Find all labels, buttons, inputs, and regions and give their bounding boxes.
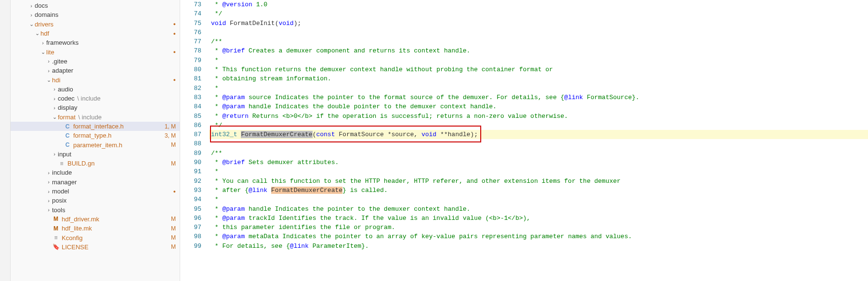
- tree-item-model[interactable]: ›model●: [11, 187, 180, 196]
- chevron-down-icon[interactable]: ⌄: [51, 114, 58, 120]
- tree-item-license[interactable]: 🔖LICENSEM: [11, 243, 180, 252]
- code-token: source Indicates the pointer to the form…: [245, 94, 564, 101]
- chevron-down-icon[interactable]: ⌄: [34, 30, 40, 37]
- code-line[interactable]: [209, 28, 868, 37]
- tree-item-manager[interactable]: ›manager: [11, 178, 180, 187]
- chevron-right-icon[interactable]: ›: [45, 179, 52, 185]
- chevron-right-icon[interactable]: ›: [51, 86, 58, 92]
- code-token: *: [211, 113, 222, 120]
- tree-item-input[interactable]: ›input: [11, 150, 180, 159]
- code-line[interactable]: *: [209, 167, 868, 176]
- tree-item-label: drivers: [35, 21, 170, 28]
- tree-item-hdf[interactable]: ⌄hdf●: [11, 29, 180, 38]
- git-status: M: [167, 243, 176, 250]
- chevron-right-icon[interactable]: ›: [51, 151, 58, 157]
- tree-item-lite[interactable]: ⌄lite●: [11, 47, 180, 56]
- code-token: @param: [222, 205, 245, 213]
- code-token: @return: [222, 113, 249, 120]
- line-number: 83: [180, 93, 201, 102]
- code-line[interactable]: * after {@link FormatDemuxerCreate} is c…: [209, 186, 868, 195]
- file-explorer[interactable]: ›docs›domains⌄drivers●⌄hdf●›frameworks⌄l…: [11, 0, 180, 281]
- tree-item-adapter[interactable]: ›adapter: [11, 66, 180, 75]
- code-line[interactable]: * this parameter identifies the file or …: [209, 223, 868, 232]
- chevron-down-icon[interactable]: ⌄: [45, 77, 52, 83]
- chevron-right-icon[interactable]: ›: [45, 198, 52, 204]
- code-token: @param: [222, 94, 245, 101]
- chevron-right-icon[interactable]: ›: [45, 170, 52, 176]
- chevron-right-icon[interactable]: ›: [28, 3, 35, 9]
- chevron-down-icon[interactable]: ⌄: [39, 49, 46, 55]
- tree-item-posix[interactable]: ›posix: [11, 196, 180, 205]
- code-token: *: [211, 57, 219, 64]
- chevron-right-icon[interactable]: ›: [51, 105, 58, 111]
- code-line[interactable]: * For details, see {@link ParameterItem}…: [209, 242, 868, 251]
- tree-item-hdf-lite-mk[interactable]: Mhdf_lite.mkM: [11, 224, 180, 233]
- code-editor[interactable]: 7374757677787980818283848586878889909192…: [180, 0, 868, 281]
- line-number: 85: [180, 112, 201, 121]
- tree-item-label: display: [58, 104, 176, 111]
- tree-item-drivers[interactable]: ⌄drivers●: [11, 20, 180, 29]
- code-line[interactable]: /**: [209, 37, 868, 46]
- tree-item-frameworks[interactable]: ›frameworks: [11, 38, 180, 47]
- code-token: [226, 20, 230, 27]
- code-line[interactable]: *: [209, 84, 868, 93]
- tree-item-tools[interactable]: ›tools: [11, 205, 180, 215]
- tree-item-kconfig[interactable]: ≡KconfigM: [11, 233, 180, 242]
- chevron-right-icon[interactable]: ›: [45, 207, 52, 213]
- chevron-right-icon[interactable]: ›: [39, 40, 46, 46]
- modified-dot-icon: ●: [170, 77, 176, 82]
- chevron-right-icon[interactable]: ›: [51, 96, 58, 102]
- code-line[interactable]: * @param handle Indicates the pointer to…: [209, 204, 868, 214]
- code-line[interactable]: * @version 1.0: [209, 0, 868, 9]
- code-line[interactable]: * @param source Indicates the pointer to…: [209, 93, 868, 102]
- line-number: 91: [180, 167, 201, 176]
- code-line[interactable]: /**: [209, 149, 868, 158]
- tree-item-hdi[interactable]: ⌄hdi●: [11, 75, 180, 84]
- tree-item-audio[interactable]: ›audio: [11, 85, 180, 94]
- tree-item-format-interface-h[interactable]: Cformat_interface.h1, M: [11, 122, 180, 131]
- tree-item-docs[interactable]: ›docs: [11, 1, 180, 10]
- tree-item-display[interactable]: ›display: [11, 103, 180, 112]
- code-line[interactable]: int32_t FormatDemuxerCreate(const Format…: [209, 130, 868, 139]
- chevron-right-icon[interactable]: ›: [45, 68, 52, 74]
- code-line[interactable]: *: [209, 195, 868, 204]
- code-line[interactable]: * @param trackId Identifies the track. I…: [209, 214, 868, 223]
- code-line[interactable]: * You can call this function to set the …: [209, 177, 868, 186]
- tree-item--gitee[interactable]: ›.gitee: [11, 57, 180, 66]
- code-token: @brief: [222, 159, 245, 166]
- code-line[interactable]: * This function returns the demuxer cont…: [209, 65, 868, 74]
- file-icon: 🔖: [52, 243, 60, 250]
- code-line[interactable]: * @return Returns <b>0</b> if the operat…: [209, 112, 868, 121]
- code-line[interactable]: * @brief Creates a demuxer component and…: [209, 46, 868, 55]
- tree-item-domains[interactable]: ›domains: [11, 10, 180, 19]
- tree-item-label: format_type.h: [73, 132, 161, 139]
- code-token: @brief: [222, 47, 245, 54]
- code-token: Creates a demuxer component and returns …: [245, 47, 470, 54]
- tree-item-format[interactable]: ⌄format \ include: [11, 113, 180, 122]
- code-token: /**: [211, 150, 222, 157]
- code-token: @link: [290, 243, 309, 250]
- chevron-down-icon[interactable]: ⌄: [28, 21, 35, 27]
- code-line[interactable]: * @param metaData Indicates the pointer …: [209, 232, 868, 241]
- code-line[interactable]: void FormatDeInit(void);: [209, 19, 868, 28]
- tree-item-hdf-driver-mk[interactable]: Mhdf_driver.mkM: [11, 215, 180, 224]
- chevron-right-icon[interactable]: ›: [45, 58, 52, 64]
- line-number: 93: [180, 186, 201, 195]
- code-line[interactable]: */: [209, 121, 868, 130]
- activity-bar[interactable]: [0, 0, 11, 281]
- chevron-right-icon[interactable]: ›: [45, 189, 52, 194]
- file-icon: ≡: [58, 160, 66, 167]
- tree-item-parameter-item-h[interactable]: Cparameter_item.hM: [11, 140, 180, 149]
- code-line[interactable]: * @brief Sets demuxer attributes.: [209, 158, 868, 167]
- code-line[interactable]: * obtaining stream information.: [209, 74, 868, 83]
- chevron-right-icon[interactable]: ›: [28, 12, 35, 18]
- code-line[interactable]: * @param handle Indicates the double poi…: [209, 102, 868, 111]
- code-line[interactable]: */: [209, 9, 868, 18]
- tree-item-build-gn[interactable]: ≡BUILD.gnM: [11, 159, 180, 168]
- tree-item-include[interactable]: ›include: [11, 168, 180, 177]
- code-line[interactable]: *: [209, 56, 868, 65]
- tree-item-codec[interactable]: ›codec \ include: [11, 94, 180, 103]
- tree-item-format-type-h[interactable]: Cformat_type.h3, M: [11, 131, 180, 140]
- code-line[interactable]: [209, 139, 868, 148]
- code-area[interactable]: * @version 1.0 */void FormatDeInit(void)…: [209, 0, 868, 281]
